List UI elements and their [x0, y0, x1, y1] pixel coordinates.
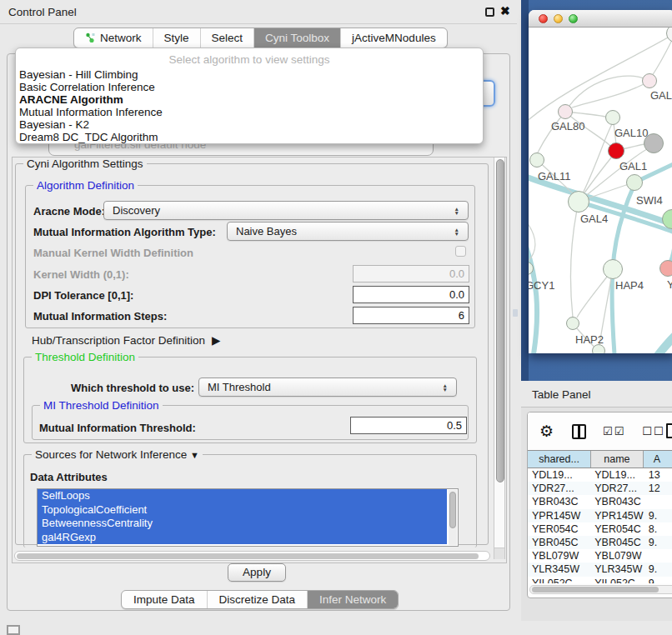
mi-threshold-label: Mutual Information Threshold:	[39, 422, 196, 434]
tab-style[interactable]: Style	[153, 28, 201, 48]
table-horizontal-scrollbar[interactable]	[529, 585, 672, 594]
spinner-arrows-icon: ▲▼	[454, 228, 459, 236]
settings-horizontal-scrollbar[interactable]	[14, 551, 490, 561]
bottom-tabs: Impute Data Discretize Data Infer Networ…	[121, 590, 399, 609]
float-panel-icon[interactable]	[485, 8, 494, 17]
minimize-window-icon[interactable]	[554, 14, 563, 23]
table-row[interactable]: YIL052CYIL052C9.	[528, 577, 672, 584]
spinner-arrows-icon: ▲▼	[443, 383, 448, 392]
scrollbar-thumb[interactable]	[496, 159, 504, 482]
zoom-window-icon[interactable]	[569, 14, 578, 23]
network-canvas[interactable]: GAL7 GAL80 GAL10 GAL1 GAL11 SWI4 GAL4 GC…	[529, 28, 672, 353]
node-label: GAL80	[551, 120, 584, 132]
mi-threshold-input[interactable]	[350, 417, 467, 434]
tab-jactivemnodules[interactable]: jActiveMNodules	[341, 28, 447, 48]
table-row[interactable]: YLR345WYLR345W9.	[528, 562, 672, 576]
apply-button[interactable]: Apply	[228, 563, 286, 582]
node-gal11[interactable]	[529, 152, 544, 168]
network-icon	[85, 32, 95, 43]
attribute-item[interactable]: BetweennessCentrality	[38, 517, 447, 531]
dpi-tolerance-label: DPI Tolerance [0,1]:	[33, 289, 133, 302]
data-attributes-list: SelfLoops TopologicalCoefficient Between…	[37, 488, 459, 547]
table-row[interactable]: YDL19...YDL19...13	[528, 468, 672, 482]
node-gal7[interactable]	[642, 73, 657, 88]
column-header-shared[interactable]: shared...	[528, 451, 591, 468]
table-rows: YDL19...YDL19...13 YDR27...YDR27...12 YB…	[528, 468, 672, 583]
algorithm-option[interactable]: Bayesian - K2	[16, 118, 483, 131]
table-panel-titlebar: Table Panel	[521, 382, 672, 408]
mi-type-combo[interactable]: Naive Bayes ▲▼	[227, 222, 469, 241]
node-label: GCY1	[529, 279, 554, 292]
node-gal80[interactable]	[558, 104, 573, 119]
aracne-mode-label: Aracne Mode:	[33, 205, 105, 218]
node-salmon[interactable]	[659, 260, 672, 277]
control-panel-titlebar: Control Panel ✖	[0, 0, 517, 24]
close-icon[interactable]: ✖	[500, 4, 510, 18]
table-row[interactable]: YBR043CYBR043C	[528, 495, 672, 508]
algorithm-dropdown-popup: Select algorithm to view settings Bayesi…	[15, 48, 484, 144]
tab-network-label: Network	[100, 32, 142, 44]
node-gal1-red[interactable]	[608, 142, 624, 159]
mi-threshold-definition-title: MI Threshold Definition	[40, 399, 163, 412]
tab-infer-network[interactable]: Infer Network	[308, 591, 398, 608]
expand-right-icon: ▶	[212, 333, 220, 347]
manual-kernel-checkbox[interactable]	[455, 246, 466, 257]
attribute-item[interactable]: TopologicalCoefficient	[38, 503, 447, 518]
list-scrollbar[interactable]	[449, 490, 457, 545]
node-swi4[interactable]	[626, 174, 643, 191]
manual-kernel-label: Manual Kernel Width Definition	[33, 247, 193, 259]
node-hap4[interactable]	[603, 259, 623, 279]
deselect-all-checks-icon[interactable]: ☐☐	[642, 425, 664, 438]
columns-icon[interactable]	[572, 424, 586, 439]
split-divider-handle[interactable]	[513, 309, 518, 317]
tab-select[interactable]: Select	[201, 28, 255, 48]
table-row[interactable]: YBL079WYBL079W	[528, 549, 672, 562]
tab-cyni-toolbox[interactable]: Cyni Toolbox	[254, 28, 341, 48]
close-window-icon[interactable]	[539, 14, 548, 23]
dpi-tolerance-input[interactable]	[353, 286, 469, 303]
column-header-name[interactable]: name	[591, 451, 643, 468]
node-label: GAL10	[614, 127, 648, 139]
network-window-titlebar[interactable]	[529, 10, 672, 28]
scrollbar-thumb[interactable]	[17, 553, 479, 559]
algorithm-option[interactable]: Bayesian - Hill Climbing	[16, 68, 483, 81]
settings-vertical-scrollbar[interactable]	[494, 158, 505, 559]
select-all-checks-icon[interactable]: ☑☑	[603, 425, 625, 438]
which-threshold-combo[interactable]: MI Threshold ▲▼	[198, 378, 457, 397]
table-row[interactable]: YER054CYER054C8.	[528, 522, 672, 536]
table-row[interactable]: YPR145WYPR145W9.	[528, 509, 672, 522]
algorithm-definition-title: Algorithm Definition	[33, 179, 138, 192]
node-gal10[interactable]	[605, 110, 620, 125]
algorithm-option[interactable]: Basic Correlation Inference	[16, 81, 483, 93]
export-table-icon[interactable]	[666, 423, 672, 438]
algorithm-option[interactable]: Dream8 DC_TDC Algorithm	[16, 131, 483, 143]
hub-definition-toggle[interactable]: Hub/Transcription Factor Definition▶	[32, 333, 220, 347]
algorithm-option[interactable]: Mutual Information Inference	[16, 106, 483, 118]
minimized-panel-icon[interactable]	[7, 625, 20, 635]
node-label: HAP4	[615, 279, 644, 292]
sources-title[interactable]: Sources for Network Inference ▼	[32, 448, 203, 461]
kernel-width-input[interactable]	[353, 265, 469, 282]
cyni-algorithm-settings-title: Cyni Algorithm Settings	[23, 158, 147, 170]
mi-steps-label: Mutual Information Steps:	[33, 310, 167, 322]
node-label: GAL1	[619, 160, 647, 172]
node-label: HAP2	[575, 333, 604, 346]
algorithm-option-selected[interactable]: ARACNE Algorithm	[16, 93, 483, 106]
gear-icon[interactable]: ⚙	[539, 422, 554, 441]
table-row[interactable]: YDR27...YDR27...12	[528, 482, 672, 495]
table-row[interactable]: YBR045CYBR045C9.	[528, 536, 672, 549]
column-header-partial[interactable]: A	[644, 451, 672, 468]
scrollbar-thumb[interactable]	[532, 587, 659, 592]
tab-discretize-data[interactable]: Discretize Data	[208, 591, 308, 608]
attribute-item[interactable]: SelfLoops	[38, 489, 447, 503]
collapse-down-icon: ▼	[190, 450, 199, 460]
which-threshold-label: Which threshold to use:	[71, 382, 194, 394]
node-hap2[interactable]	[566, 317, 579, 330]
node-gal4[interactable]	[568, 191, 589, 212]
aracne-mode-combo[interactable]: Discovery ▲▼	[103, 201, 469, 220]
tab-network[interactable]: Network	[74, 28, 153, 48]
tab-impute-data[interactable]: Impute Data	[122, 591, 208, 608]
mi-steps-input[interactable]	[353, 307, 469, 324]
node-label: GAL4	[580, 212, 608, 225]
attribute-item[interactable]: gal4RGexp	[38, 531, 447, 545]
